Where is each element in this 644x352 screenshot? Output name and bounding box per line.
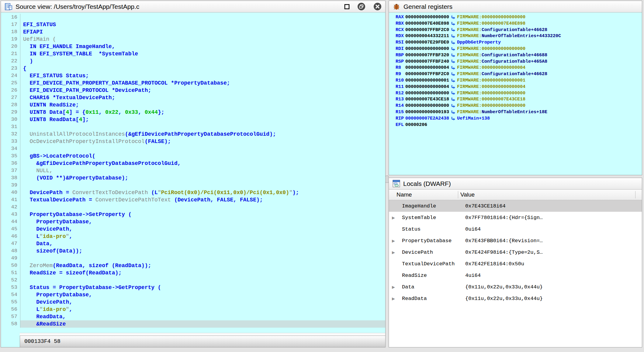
code-line-46[interactable]: 46 L"ida-pro", xyxy=(1,233,385,240)
code-line-25[interactable]: 25 EFI_DEVICE_PATH_PROPERTY_DATABASE_PRO… xyxy=(1,79,385,87)
register-row-r10[interactable]: R100000000000000001FIRMWARE:000000000000… xyxy=(389,78,642,84)
code-line-20[interactable]: 20 IN EFI_HANDLE ImageHandle, xyxy=(1,43,385,50)
register-value[interactable]: 0000000044332211 xyxy=(405,33,451,40)
register-row-rdi[interactable]: RDI0000000000000000FIRMWARE:000000000000… xyxy=(389,46,642,52)
local-variable-row-devicepath[interactable]: ▶DevicePath0x7E424F98i64:{Type=2u,S… xyxy=(389,246,642,258)
code-line-36[interactable]: 36 &gEfiDevicePathPropertyDatabaseProtoc… xyxy=(1,160,385,167)
register-row-r14[interactable]: R140000000000000000FIRMWARE:000000000000… xyxy=(389,103,642,109)
code-line-43[interactable]: 43 PropertyDatabase->SetProperty ( xyxy=(1,211,385,218)
expand-triangle-icon[interactable]: ▶ xyxy=(389,250,402,255)
register-row-rdx[interactable]: RDX0000000044332211FIRMWARE:NumberOfTabl… xyxy=(389,33,642,40)
code-line-22[interactable]: 22 ) xyxy=(1,58,385,65)
code-line-53[interactable]: 53 Status = PropertyDatabase->GetPropert… xyxy=(1,284,385,291)
code-line-48[interactable]: 48 sizeof(Data)); xyxy=(1,247,385,255)
code-line-21[interactable]: 21 IN EFI_SYSTEM_TABLE *SystemTable xyxy=(1,50,385,58)
register-target-symbol[interactable]: FIRMWARE:NumberOfTableEntries+4433220C xyxy=(457,33,561,40)
local-variable-row-readsize[interactable]: ReadSize4ui64 xyxy=(389,270,642,281)
code-line-35[interactable]: 35 gBS->LocateProtocol( xyxy=(1,152,385,160)
register-target-symbol[interactable]: FIRMWARE:0000000000000004 xyxy=(457,65,525,71)
code-line-18[interactable]: 18EFIAPI xyxy=(1,28,385,36)
code-line-51[interactable]: 51 ReadSize = sizeof(ReadData); xyxy=(1,269,385,277)
expand-triangle-icon[interactable]: ▶ xyxy=(389,285,402,289)
local-value[interactable]: 0x7E424F98i64:{Type=2u,S… xyxy=(465,249,642,255)
source-code-area[interactable]: 1617EFI_STATUS18EFIAPI19UefiMain (20 IN … xyxy=(1,12,385,347)
register-target-symbol[interactable]: FIRMWARE:000000007E43CE18 xyxy=(457,96,525,103)
code-line-26[interactable]: 26 EFI_DEVICE_PATH_PROTOCOL *DevicePath; xyxy=(1,87,385,94)
register-value[interactable]: 0000000000000000 xyxy=(405,90,451,97)
code-line-57[interactable]: 57 ReadData, xyxy=(1,313,385,320)
expand-triangle-icon[interactable]: ▶ xyxy=(389,215,402,220)
code-line-33[interactable]: 33 OcDevicePathPropertyInstallProtocol(F… xyxy=(1,138,385,145)
register-row-rbx[interactable]: RBX000000007E40E898FIRMWARE:000000007E40… xyxy=(389,21,642,27)
local-value[interactable]: 0ui64 xyxy=(465,226,642,232)
register-row-rip[interactable]: RIP000000007E2A2438UefiMain+138 xyxy=(389,116,642,122)
code-line-42[interactable]: 42 xyxy=(1,204,385,211)
locals-column-header[interactable]: Name Value xyxy=(389,190,642,200)
code-line-30[interactable]: 30 UINT8 ReadData[4]; xyxy=(1,116,385,123)
register-target-symbol[interactable]: FIRMWARE:0000000000000004 xyxy=(457,84,525,90)
close-icon[interactable] xyxy=(373,2,382,11)
register-row-r8[interactable]: R80000000000000004FIRMWARE:0000000000000… xyxy=(389,65,642,71)
register-value[interactable]: 00000206 xyxy=(405,122,451,128)
register-value[interactable]: 000000007FFBF240 xyxy=(405,59,451,65)
code-line-27[interactable]: 27 CHAR16 *TextualDevicePath; xyxy=(1,94,385,101)
column-header-value[interactable]: Value xyxy=(458,191,635,198)
local-value[interactable]: 0x7E43FBB0i64:{Revision=… xyxy=(465,238,642,244)
register-target-symbol[interactable]: FIRMWARE:0000000000000000 xyxy=(457,103,525,109)
local-value[interactable]: 0x7E43CE18i64 xyxy=(465,203,642,209)
register-value[interactable]: 000000007E40E898 xyxy=(405,21,451,27)
register-row-rcx[interactable]: RCX000000007FFBF2C0FIRMWARE:Configuratio… xyxy=(389,27,642,33)
local-variable-row-propertydatabase[interactable]: ▶PropertyDatabase0x7E43FBB0i64:{Revision… xyxy=(389,235,642,246)
register-row-r11[interactable]: R110000000000000004FIRMWARE:000000000000… xyxy=(389,84,642,90)
local-variable-row-readdata[interactable]: ▶ReadData{0x11u,0x22u,0x33u,0x44u} xyxy=(389,293,642,304)
code-line-38[interactable]: 38 (VOID **)&PropertyDatabase); xyxy=(1,174,385,182)
register-target-symbol[interactable]: FIRMWARE:ConfigurationTable+46688 xyxy=(457,52,547,59)
register-target-symbol[interactable]: FIRMWARE:ConfigurationTable+465A8 xyxy=(457,59,547,65)
register-target-symbol[interactable]: FIRMWARE:0000000000000000 xyxy=(457,90,525,97)
code-line-49[interactable]: 49 xyxy=(1,255,385,262)
code-line-19[interactable]: 19UefiMain ( xyxy=(1,36,385,43)
locals-titlebar[interactable]: Locals (DWARF) xyxy=(389,178,642,190)
code-line-55[interactable]: 55 DevicePath, xyxy=(1,298,385,306)
register-row-rsp[interactable]: RSP000000007FFBF240FIRMWARE:Configuratio… xyxy=(389,59,642,65)
register-target-symbol[interactable]: FIRMWARE:ConfigurationTable+46628 xyxy=(457,27,547,33)
register-row-r13[interactable]: R13000000007E43CE18FIRMWARE:000000007E43… xyxy=(389,96,642,103)
register-value[interactable]: 0000000000000193 xyxy=(405,109,451,116)
code-line-45[interactable]: 45 DevicePath, xyxy=(1,225,385,233)
local-value[interactable]: {0x11u,0x22u,0x33u,0x44u} xyxy=(465,284,642,290)
register-row-rbp[interactable]: RBP000000007FFBF320FIRMWARE:Configuratio… xyxy=(389,52,642,59)
code-line-58[interactable]: 58 &ReadSize xyxy=(1,320,385,328)
code-line-39[interactable]: 39 xyxy=(1,182,385,189)
code-line-41[interactable]: 41 TextualDevicePath = ConvertDevicePath… xyxy=(1,196,385,204)
register-target-symbol[interactable]: UefiMain+138 xyxy=(457,116,490,122)
code-line-40[interactable]: 40 DevicePath = ConvertTextToDevicePath … xyxy=(1,189,385,196)
register-row-efl[interactable]: EFL00000206 xyxy=(389,122,642,128)
register-value[interactable]: 0000000000000000 xyxy=(405,14,451,21)
register-value[interactable]: 000000007FFBF2C0 xyxy=(405,71,451,78)
code-line-37[interactable]: 37 NULL, xyxy=(1,167,385,174)
register-value[interactable]: 000000007FFBF2C0 xyxy=(405,27,451,33)
local-variable-row-textualdevicepath[interactable]: TextualDevicePath0x7E42FE18i64:0x50u xyxy=(389,258,642,270)
local-variable-row-status[interactable]: Status0ui64 xyxy=(389,223,642,235)
register-target-symbol[interactable]: FIRMWARE:0000000000000000 xyxy=(457,46,525,52)
local-value[interactable]: 0x7E42FE18i64:0x50u xyxy=(465,261,642,267)
register-value[interactable]: 000000007E2A2438 xyxy=(405,116,451,122)
column-header-name[interactable]: Name xyxy=(389,191,458,198)
panel-splitter-handle[interactable] xyxy=(385,176,389,183)
restore-icon[interactable] xyxy=(357,2,365,11)
expand-triangle-icon[interactable]: ▶ xyxy=(389,239,402,243)
expand-triangle-icon[interactable]: ▶ xyxy=(389,296,402,301)
register-row-r15[interactable]: R150000000000000193FIRMWARE:NumberOfTabl… xyxy=(389,109,642,116)
code-line-47[interactable]: 47 Data, xyxy=(1,240,385,247)
register-target-symbol[interactable]: FIRMWARE:000000007E40E898 xyxy=(457,21,525,27)
register-value[interactable]: 000000007E29FDE0 xyxy=(405,40,451,46)
local-variable-row-data[interactable]: ▶Data{0x11u,0x22u,0x33u,0x44u} xyxy=(389,281,642,293)
code-line-31[interactable]: 31 xyxy=(1,123,385,131)
code-line-56[interactable]: 56 L"ida-pro", xyxy=(1,306,385,313)
local-value[interactable]: 4ui64 xyxy=(465,273,642,278)
register-target-symbol[interactable]: FIRMWARE:ConfigurationTable+46628 xyxy=(457,71,547,78)
maximize-icon[interactable] xyxy=(344,4,350,10)
register-target-symbol[interactable]: FIRMWARE:0000000000000000 xyxy=(457,14,525,21)
local-variable-row-systemtable[interactable]: ▶SystemTable0x7FF78018i64:{Hdr={Sign… xyxy=(389,212,642,223)
code-line-28[interactable]: 28 UINTN ReadSize; xyxy=(1,101,385,109)
